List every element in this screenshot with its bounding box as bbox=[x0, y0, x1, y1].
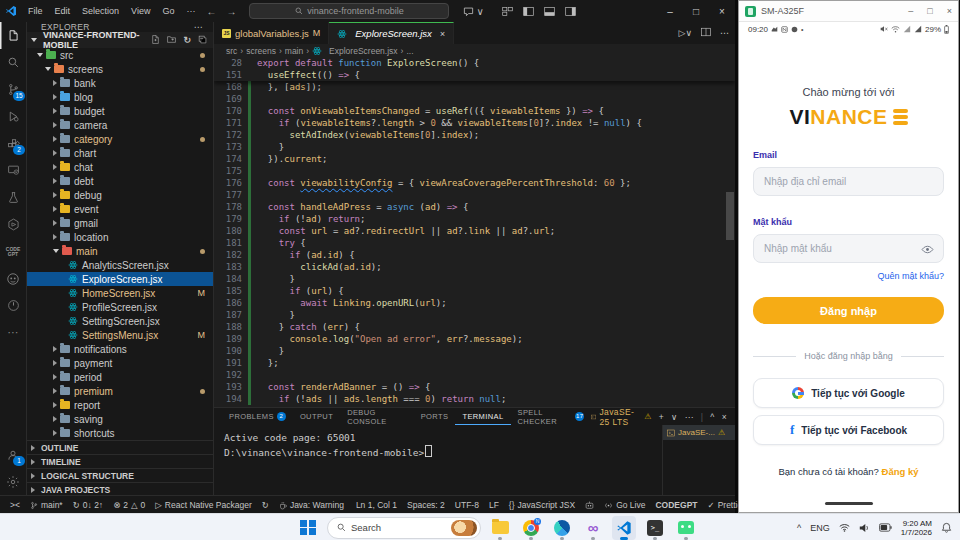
tree-item-chat[interactable]: chat bbox=[27, 160, 213, 174]
tree-item-budget[interactable]: budget bbox=[27, 104, 213, 118]
remote-indicator[interactable]: >< bbox=[6, 500, 24, 510]
window-minimize-button[interactable]: – bbox=[657, 6, 683, 17]
accounts-icon[interactable]: 1 bbox=[0, 441, 26, 468]
problems-item[interactable]: ⊗2△0 bbox=[109, 500, 149, 510]
phone-close-button[interactable]: × bbox=[947, 6, 952, 16]
sync-spinner-item[interactable]: ↻ bbox=[258, 500, 273, 510]
tab-globalvariables[interactable]: JS globalVariables.js M bbox=[214, 22, 329, 44]
blackbox-robot-icon[interactable] bbox=[581, 501, 598, 510]
menu-view[interactable]: View bbox=[125, 6, 156, 16]
section-logical-structure[interactable]: LOGICAL STRUCTURE bbox=[27, 468, 213, 482]
language-indicator[interactable]: ENG bbox=[810, 523, 830, 533]
toggle-panel-icon[interactable] bbox=[544, 6, 555, 17]
menu-edit[interactable]: Edit bbox=[49, 6, 77, 16]
nav-forward-icon[interactable]: → bbox=[221, 6, 241, 17]
explorer-more-icon[interactable]: ⋯ bbox=[192, 22, 205, 32]
window-close-button[interactable]: × bbox=[709, 6, 735, 17]
window-maximize-button[interactable]: □ bbox=[683, 6, 709, 17]
menu-selection[interactable]: Selection bbox=[76, 6, 125, 16]
nav-back-icon[interactable]: ← bbox=[201, 6, 221, 17]
tree-item-report[interactable]: report bbox=[27, 398, 213, 412]
battery-icon[interactable] bbox=[879, 523, 892, 532]
terminal[interactable]: Active code page: 65001D:\vinance\vinanc… bbox=[214, 425, 662, 495]
settings-gear-icon[interactable] bbox=[0, 468, 26, 495]
tree-item-premium[interactable]: premium bbox=[27, 384, 213, 398]
cursor-position-item[interactable]: Ln 1, Col 1 bbox=[352, 500, 401, 510]
forgot-password-link[interactable]: Quên mật khẩu? bbox=[753, 271, 944, 281]
more-views-icon[interactable]: ⋯ bbox=[0, 319, 26, 346]
encoding-item[interactable]: UTF-8 bbox=[451, 500, 483, 510]
breadcrumb-item[interactable]: ExploreScreen.jsx bbox=[329, 46, 398, 56]
tree-item-location[interactable]: location bbox=[27, 230, 213, 244]
command-center-search[interactable]: vinance-frontend-mobile bbox=[249, 3, 449, 19]
go-live-item[interactable]: Go Live bbox=[600, 500, 649, 510]
breadcrumb-item[interactable]: main bbox=[285, 46, 303, 56]
tree-item-debt[interactable]: debt bbox=[27, 174, 213, 188]
taskbar-search[interactable]: Search bbox=[327, 517, 481, 539]
terminal-dropdown-icon[interactable]: ∨ bbox=[671, 412, 678, 422]
section-java-projects[interactable]: JAVA PROJECTS bbox=[27, 482, 213, 495]
tree-item-category[interactable]: category bbox=[27, 132, 213, 146]
tree-item-settingscreen-jsx[interactable]: SettingScreen.jsx bbox=[27, 314, 213, 328]
google-login-button[interactable]: Tiếp tục với Google bbox=[753, 378, 944, 408]
breadcrumb[interactable]: src›screens›main›ExploreScreen.jsx›... bbox=[214, 44, 735, 57]
tray-clock[interactable]: 9:20 AM1/7/2026 bbox=[901, 519, 932, 537]
panel-tab-debug-console[interactable]: DEBUG CONSOLE bbox=[340, 408, 414, 425]
login-button[interactable]: Đăng nhập bbox=[753, 297, 944, 324]
email-input[interactable] bbox=[754, 176, 943, 187]
breadcrumb-item[interactable]: screens bbox=[246, 46, 276, 56]
tree-item-chart[interactable]: chart bbox=[27, 146, 213, 160]
tab-close-icon[interactable]: × bbox=[440, 29, 445, 39]
menu-more[interactable]: ··· bbox=[180, 6, 201, 16]
git-sync-item[interactable]: ↻0↓ 2↑ bbox=[69, 500, 107, 510]
customize-layout-icon[interactable] bbox=[502, 6, 513, 17]
java-status-item[interactable]: Java: Warning bbox=[275, 500, 348, 510]
spring-boot-icon[interactable] bbox=[0, 292, 26, 319]
terminal-profile[interactable]: JavaSE-25 LTS⚠ bbox=[591, 407, 652, 427]
tree-item-debug[interactable]: debug bbox=[27, 188, 213, 202]
start-button[interactable] bbox=[296, 516, 320, 540]
breadcrumb-item[interactable]: ... bbox=[406, 46, 413, 56]
speaker-icon[interactable] bbox=[859, 523, 870, 533]
toggle-secondary-sidebar-icon[interactable] bbox=[565, 6, 576, 17]
split-editor-icon[interactable] bbox=[701, 27, 711, 39]
refresh-icon[interactable]: ↻ bbox=[181, 35, 193, 45]
tree-item-settingsmenu-jsx[interactable]: SettingsMenu.jsxM bbox=[27, 328, 213, 342]
search-view-icon[interactable] bbox=[0, 49, 26, 76]
tree-item-shortcuts[interactable]: shortcuts bbox=[27, 426, 213, 440]
copilot-chat-icon[interactable]: ∨ bbox=[457, 6, 489, 17]
show-password-eye-icon[interactable] bbox=[921, 242, 934, 260]
codegpt-status-item[interactable]: CODEGPT bbox=[651, 500, 701, 510]
notification-center-icon[interactable] bbox=[941, 522, 952, 533]
rn-packager-item[interactable]: ▷React Native Packager bbox=[151, 500, 255, 510]
password-input[interactable] bbox=[754, 243, 943, 254]
tree-item-src[interactable]: src bbox=[27, 48, 213, 62]
code-editor[interactable]: 28export default function ExploreScreen(… bbox=[214, 57, 735, 407]
hexagon-tool-icon[interactable] bbox=[0, 211, 26, 238]
codegpt-view-icon[interactable]: CODE GPT bbox=[0, 238, 26, 265]
tree-item-saving[interactable]: saving bbox=[27, 412, 213, 426]
tab-explorescreen[interactable]: ExploreScreen.jsx × bbox=[329, 22, 454, 44]
tree-item-main[interactable]: main bbox=[27, 244, 213, 258]
new-terminal-icon[interactable]: + bbox=[659, 412, 664, 422]
chrome-app[interactable]: N bbox=[519, 516, 543, 540]
section-timeline[interactable]: TIMELINE bbox=[27, 454, 213, 468]
editor-scrollbar[interactable] bbox=[726, 192, 734, 240]
tree-item-screens[interactable]: screens bbox=[27, 62, 213, 76]
tree-item-payment[interactable]: payment bbox=[27, 356, 213, 370]
wifi-icon[interactable] bbox=[839, 523, 850, 532]
language-mode-item[interactable]: {}JavaScript JSX bbox=[505, 500, 579, 510]
tree-item-explorescreen-jsx[interactable]: ExploreScreen.jsx bbox=[27, 272, 213, 286]
vscode-app[interactable] bbox=[612, 516, 636, 540]
editor-more-icon[interactable]: ⋯ bbox=[720, 28, 729, 38]
new-file-icon[interactable] bbox=[149, 35, 162, 46]
ai-robot-icon[interactable] bbox=[0, 265, 26, 292]
testing-icon[interactable] bbox=[0, 184, 26, 211]
facebook-login-button[interactable]: f Tiếp tục với Facebook bbox=[753, 415, 944, 445]
remote-explorer-icon[interactable] bbox=[0, 157, 26, 184]
panel-maximize-icon[interactable]: ^ bbox=[710, 412, 714, 422]
indentation-item[interactable]: Spaces: 2 bbox=[403, 500, 449, 510]
file-explorer-app[interactable] bbox=[488, 516, 512, 540]
source-control-icon[interactable]: 15 bbox=[0, 76, 26, 103]
tray-chevron-icon[interactable]: ^ bbox=[797, 523, 801, 533]
